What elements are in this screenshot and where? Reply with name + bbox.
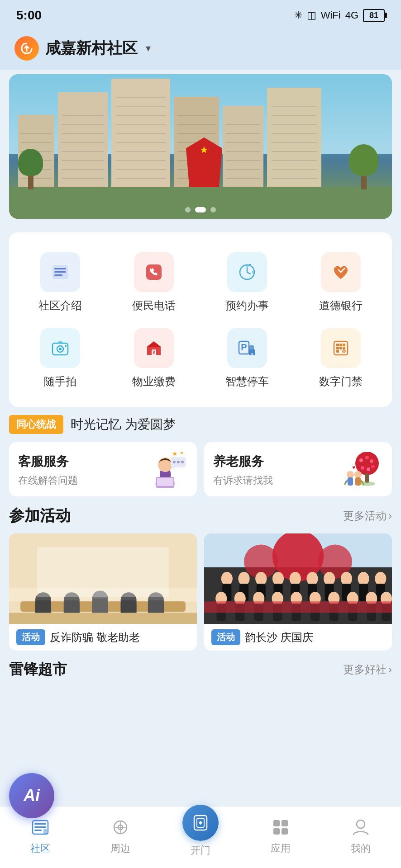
svg-rect-136 — [273, 820, 280, 826]
svg-rect-127 — [34, 830, 42, 831]
more-section-link[interactable]: 更多好社 › — [343, 662, 392, 677]
nearby-nav-icon — [109, 816, 132, 839]
svg-rect-74 — [120, 600, 136, 614]
community-intro-icon — [40, 252, 80, 292]
svg-point-101 — [375, 572, 386, 585]
svg-point-11 — [59, 348, 62, 350]
svg-point-45 — [370, 459, 373, 463]
community-nav-icon — [29, 816, 52, 839]
activity-image-2 — [204, 533, 392, 624]
svg-point-12 — [65, 345, 67, 347]
activity-2-footer: 活动 韵长沙 庆国庆 — [204, 624, 392, 651]
svg-rect-25 — [339, 347, 342, 349]
bluetooth-icon: ✳ — [294, 9, 302, 21]
icon-hotline[interactable]: 便民电话 — [107, 246, 201, 322]
svg-point-44 — [365, 456, 369, 459]
icon-moral-bank[interactable]: 道德银行 — [294, 246, 388, 322]
svg-rect-70 — [64, 600, 80, 614]
svg-rect-76 — [148, 600, 164, 614]
activity-1-name: 反诈防骗 敬老助老 — [50, 630, 140, 645]
ai-button[interactable]: Ai — [9, 773, 54, 818]
icon-appointment[interactable]: 预约办事 — [200, 246, 294, 322]
more-activities-link[interactable]: 更多活动 › — [343, 509, 392, 523]
elder-service-illustration: ♥ — [342, 452, 383, 488]
appointment-label: 预约办事 — [225, 298, 269, 313]
carousel-dots — [185, 207, 216, 212]
svg-rect-72 — [92, 599, 108, 614]
elder-service-title: 养老服务 — [213, 453, 336, 470]
svg-text:★: ★ — [172, 452, 178, 457]
status-bar: 5:00 ✳ ◫ WiFi 4G 81 — [0, 0, 401, 27]
svg-text:¥: ¥ — [152, 349, 155, 356]
icon-digital-door[interactable]: i 数字门禁 — [294, 322, 388, 398]
customer-service-card[interactable]: 客服服务 在线解答问题 ★ ★ — [9, 442, 197, 496]
icon-smart-parking[interactable]: P 智慧停车 — [200, 322, 294, 398]
opendoor-center-button[interactable] — [182, 805, 219, 841]
svg-rect-126 — [34, 826, 46, 828]
svg-rect-128 — [43, 829, 47, 834]
nav-apps[interactable]: 应用 — [258, 816, 303, 855]
community-name: 咸嘉新村社区 — [45, 38, 138, 59]
activity-card-1[interactable]: 活动 反诈防骗 敬老助老 — [9, 533, 197, 651]
mine-nav-icon — [349, 816, 372, 839]
nav-community[interactable]: 社区 — [18, 816, 63, 855]
dot-3[interactable] — [210, 207, 216, 212]
digital-door-label: 数字门禁 — [319, 374, 363, 389]
hotline-label: 便民电话 — [132, 298, 176, 313]
activity-card-2[interactable]: 活动 韵长沙 庆国庆 — [204, 533, 392, 651]
svg-point-97 — [341, 572, 352, 585]
dot-1[interactable] — [185, 207, 191, 212]
svg-point-99 — [358, 572, 369, 585]
icon-property-fee[interactable]: ¥ 物业缴费 — [107, 322, 201, 398]
svg-point-35 — [177, 461, 180, 463]
quick-icons-grid: 社区介绍 便民电话 预约办事 — [9, 232, 392, 407]
nav-opendoor[interactable]: 开门 — [178, 814, 223, 857]
monument-star: ★ — [200, 144, 209, 156]
dropdown-chevron[interactable]: ▾ — [146, 42, 151, 54]
smart-parking-label: 智慧停车 — [225, 374, 269, 389]
monument: ★ — [186, 137, 222, 192]
property-fee-icon: ¥ — [134, 328, 174, 368]
digital-door-icon: i — [321, 328, 361, 368]
community-intro-label: 社区介绍 — [38, 298, 82, 313]
icon-community-intro[interactable]: 社区介绍 — [14, 246, 107, 322]
dot-2[interactable] — [195, 207, 206, 212]
nav-nearby[interactable]: 周边 — [98, 816, 143, 855]
customer-service-illustration: ★ ★ — [147, 452, 188, 488]
appointment-icon — [227, 252, 267, 292]
community-nav-label: 社区 — [30, 842, 50, 855]
svg-rect-138 — [273, 828, 280, 835]
svg-point-43 — [359, 458, 363, 462]
svg-rect-125 — [34, 823, 46, 825]
svg-rect-68 — [35, 600, 51, 614]
svg-rect-41 — [157, 478, 173, 486]
customer-service-title: 客服服务 — [18, 453, 141, 470]
building-5 — [223, 106, 263, 187]
svg-rect-3 — [54, 271, 66, 273]
banner-carousel[interactable]: ★ — [9, 74, 392, 219]
app-logo — [14, 36, 39, 61]
svg-rect-63 — [9, 545, 197, 602]
activity-1-footer: 活动 反诈防骗 敬老助老 — [9, 624, 197, 651]
svg-point-47 — [367, 467, 370, 471]
svg-rect-52 — [348, 477, 353, 486]
icon-photo[interactable]: 随手拍 — [14, 322, 107, 398]
nav-mine[interactable]: 我的 — [338, 816, 383, 855]
building-2 — [58, 92, 108, 187]
tongxin-text: 时光记忆 为爱圆梦 — [71, 416, 176, 433]
svg-rect-2 — [54, 268, 66, 269]
bottom-navigation: 社区 周边 开门 — [0, 806, 401, 868]
svg-point-46 — [371, 465, 375, 468]
nearby-nav-label: 周边 — [110, 842, 130, 855]
hotline-icon — [134, 252, 174, 292]
svg-rect-17 — [249, 349, 255, 353]
photo-icon — [40, 328, 80, 368]
tongxin-banner[interactable]: 同心统战 时光记忆 为爱圆梦 — [9, 415, 392, 434]
svg-rect-49 — [365, 473, 369, 483]
svg-rect-4 — [54, 274, 62, 276]
svg-point-18 — [249, 353, 252, 355]
wifi-icon: WiFi — [321, 9, 341, 21]
elder-service-card[interactable]: 养老服务 有诉求请找我 — [204, 442, 392, 496]
svg-rect-56 — [355, 477, 361, 486]
activity-cards-container: 活动 反诈防骗 敬老助老 — [9, 533, 392, 651]
